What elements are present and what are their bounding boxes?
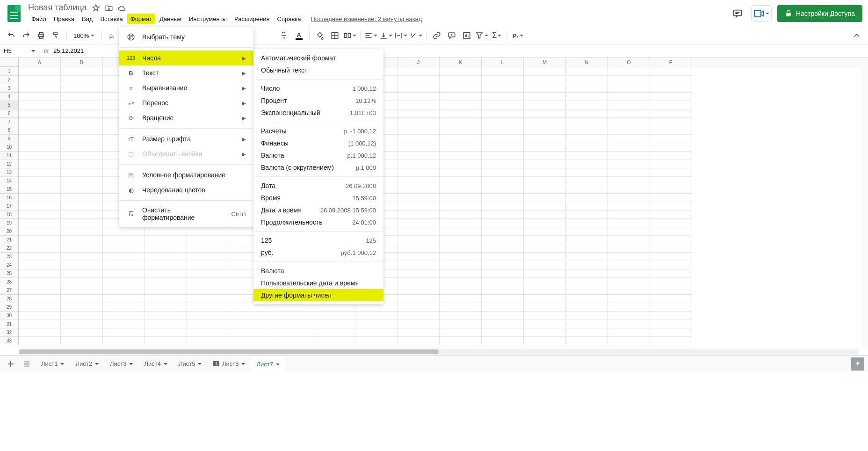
row-header[interactable]: 2 <box>0 76 19 84</box>
cell[interactable] <box>19 328 61 337</box>
cell[interactable] <box>524 135 566 143</box>
print-button[interactable] <box>35 29 48 42</box>
cell[interactable] <box>61 278 103 286</box>
doc-title[interactable]: Новая таблица <box>28 3 87 13</box>
row-header[interactable]: 18 <box>0 211 19 219</box>
cell[interactable] <box>524 211 566 219</box>
cell[interactable] <box>313 320 355 328</box>
row-header[interactable]: 7 <box>0 118 19 126</box>
cell[interactable] <box>482 76 524 84</box>
cell[interactable] <box>19 320 61 328</box>
row-header[interactable]: 13 <box>0 168 19 177</box>
cell[interactable] <box>482 286 524 295</box>
cell[interactable] <box>524 101 566 109</box>
col-header-J[interactable]: J <box>398 58 440 67</box>
row-header[interactable]: 32 <box>0 328 19 337</box>
cell[interactable] <box>482 152 524 160</box>
cell[interactable] <box>524 152 566 160</box>
row-header[interactable]: 24 <box>0 261 19 269</box>
cell[interactable] <box>61 303 103 312</box>
cell[interactable] <box>650 227 692 236</box>
cell[interactable] <box>524 295 566 303</box>
row-header[interactable]: 28 <box>0 295 19 303</box>
cell[interactable] <box>355 312 398 320</box>
cell[interactable] <box>566 76 608 84</box>
cell[interactable] <box>187 312 229 320</box>
cell[interactable] <box>19 152 61 160</box>
cell[interactable] <box>145 236 187 244</box>
cell[interactable] <box>482 185 524 194</box>
cell[interactable] <box>187 261 229 269</box>
cell[interactable] <box>608 143 650 152</box>
cell[interactable] <box>145 244 187 253</box>
row-header[interactable]: 9 <box>0 135 19 143</box>
cell[interactable] <box>398 286 440 295</box>
cell[interactable] <box>608 269 650 278</box>
cell[interactable] <box>19 84 61 93</box>
cell[interactable] <box>61 328 103 337</box>
cell[interactable] <box>103 244 145 253</box>
cell[interactable] <box>482 177 524 185</box>
cell[interactable] <box>440 244 482 253</box>
cell[interactable] <box>482 269 524 278</box>
cell[interactable] <box>398 177 440 185</box>
cell[interactable] <box>482 194 524 202</box>
menu-вставка[interactable]: Вставка <box>97 14 126 24</box>
comments-icon[interactable] <box>730 6 745 22</box>
cell[interactable] <box>650 286 692 295</box>
cell[interactable] <box>440 312 482 320</box>
cell[interactable] <box>19 160 61 168</box>
cell[interactable] <box>61 227 103 236</box>
cell[interactable] <box>566 269 608 278</box>
submenu-item[interactable]: Автоматический формат <box>253 52 383 64</box>
cell[interactable] <box>440 67 482 76</box>
cell[interactable] <box>187 269 229 278</box>
row-header[interactable]: 20 <box>0 227 19 236</box>
cell[interactable] <box>608 328 650 337</box>
cell[interactable] <box>187 295 229 303</box>
cell[interactable] <box>103 312 145 320</box>
cell[interactable] <box>482 93 524 101</box>
cell[interactable] <box>440 202 482 211</box>
cell[interactable] <box>19 185 61 194</box>
row-header[interactable]: 12 <box>0 160 19 168</box>
cell[interactable] <box>187 286 229 295</box>
cell[interactable] <box>61 143 103 152</box>
cell[interactable] <box>482 202 524 211</box>
cell[interactable] <box>440 152 482 160</box>
cell[interactable] <box>19 177 61 185</box>
cell[interactable] <box>19 109 61 118</box>
paint-format-button[interactable] <box>50 29 63 42</box>
strikethrough-button[interactable] <box>277 29 290 42</box>
cell[interactable] <box>187 244 229 253</box>
submenu-item[interactable]: Обычный текст <box>253 64 383 76</box>
cell[interactable] <box>19 67 61 76</box>
cell[interactable] <box>608 211 650 219</box>
cell[interactable] <box>103 337 145 345</box>
row-header[interactable]: 15 <box>0 185 19 194</box>
cell[interactable] <box>608 236 650 244</box>
cell[interactable] <box>398 185 440 194</box>
cell[interactable] <box>608 168 650 177</box>
cell[interactable] <box>103 320 145 328</box>
cell[interactable] <box>61 202 103 211</box>
row-header[interactable]: 10 <box>0 143 19 152</box>
cell[interactable] <box>440 227 482 236</box>
cell[interactable] <box>271 337 313 345</box>
cell[interactable] <box>19 76 61 84</box>
sheet-tab[interactable]: Лист1 <box>36 356 70 371</box>
cell[interactable] <box>608 194 650 202</box>
cell[interactable] <box>61 76 103 84</box>
cell[interactable] <box>608 312 650 320</box>
cell[interactable] <box>650 328 692 337</box>
share-button[interactable]: Настройки Доступа <box>777 5 862 22</box>
row-header[interactable]: 3 <box>0 84 19 93</box>
submenu-item[interactable]: Продолжительность24:01:00 <box>253 216 383 228</box>
cell[interactable] <box>145 328 187 337</box>
cell[interactable] <box>440 84 482 93</box>
cell[interactable] <box>19 295 61 303</box>
cell[interactable] <box>524 312 566 320</box>
menu-item[interactable]: BТекст▶ <box>119 65 253 80</box>
cell[interactable] <box>650 168 692 177</box>
cell[interactable] <box>61 93 103 101</box>
